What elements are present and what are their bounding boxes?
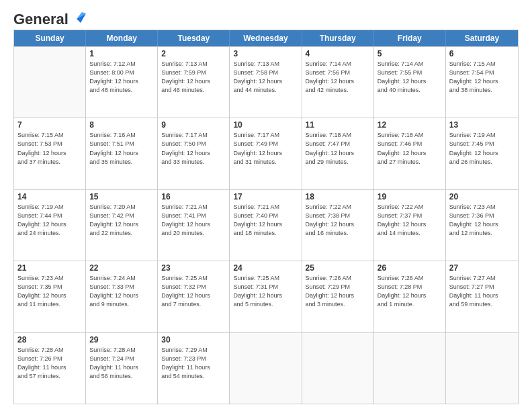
week-row-4: 28Sunrise: 7:28 AM Sunset: 7:26 PM Dayli…: [14, 332, 518, 404]
day-number: 8: [89, 120, 154, 130]
day-info: Sunrise: 7:25 AM Sunset: 7:31 PM Dayligh…: [233, 274, 298, 309]
logo-general: General: [13, 11, 69, 28]
day-cell-9: 9Sunrise: 7:17 AM Sunset: 7:50 PM Daylig…: [158, 118, 230, 189]
day-info: Sunrise: 7:29 AM Sunset: 7:23 PM Dayligh…: [161, 346, 226, 381]
day-info: Sunrise: 7:15 AM Sunset: 7:53 PM Dayligh…: [17, 131, 82, 166]
header-day-saturday: Saturday: [446, 30, 518, 46]
logo: General: [13, 11, 86, 24]
day-cell-22: 22Sunrise: 7:24 AM Sunset: 7:33 PM Dayli…: [86, 261, 158, 332]
day-info: Sunrise: 7:18 AM Sunset: 7:46 PM Dayligh…: [378, 131, 442, 166]
day-cell-empty-4-5: [374, 333, 446, 404]
day-cell-6: 6Sunrise: 7:15 AM Sunset: 7:54 PM Daylig…: [446, 47, 518, 118]
day-cell-23: 23Sunrise: 7:25 AM Sunset: 7:32 PM Dayli…: [158, 261, 230, 332]
day-number: 16: [161, 192, 226, 201]
day-info: Sunrise: 7:14 AM Sunset: 7:55 PM Dayligh…: [378, 60, 442, 95]
day-info: Sunrise: 7:17 AM Sunset: 7:50 PM Dayligh…: [161, 131, 226, 166]
day-number: 27: [449, 263, 515, 273]
day-cell-8: 8Sunrise: 7:16 AM Sunset: 7:51 PM Daylig…: [86, 118, 158, 189]
day-info: Sunrise: 7:13 AM Sunset: 7:58 PM Dayligh…: [233, 60, 298, 95]
page: General SundayMondayTuesdayWednesdayThur…: [0, 0, 532, 411]
day-info: Sunrise: 7:14 AM Sunset: 7:56 PM Dayligh…: [306, 60, 370, 95]
day-info: Sunrise: 7:20 AM Sunset: 7:42 PM Dayligh…: [89, 203, 154, 238]
day-number: 24: [233, 263, 298, 273]
day-cell-7: 7Sunrise: 7:15 AM Sunset: 7:53 PM Daylig…: [14, 118, 86, 189]
day-info: Sunrise: 7:22 AM Sunset: 7:37 PM Dayligh…: [378, 203, 442, 238]
day-number: 25: [306, 263, 370, 273]
day-number: 2: [161, 49, 226, 58]
day-number: 13: [449, 120, 515, 130]
day-number: 26: [378, 263, 442, 273]
day-cell-14: 14Sunrise: 7:19 AM Sunset: 7:44 PM Dayli…: [14, 190, 86, 261]
day-number: 10: [233, 120, 298, 130]
day-cell-13: 13Sunrise: 7:19 AM Sunset: 7:45 PM Dayli…: [446, 118, 518, 189]
day-info: Sunrise: 7:23 AM Sunset: 7:35 PM Dayligh…: [17, 274, 82, 309]
header: General: [13, 11, 519, 24]
day-number: 5: [378, 49, 442, 58]
day-number: 22: [89, 263, 154, 273]
day-number: 28: [17, 335, 82, 345]
day-cell-12: 12Sunrise: 7:18 AM Sunset: 7:46 PM Dayli…: [374, 118, 446, 189]
day-number: 20: [449, 192, 515, 201]
day-number: 19: [378, 192, 442, 201]
day-number: 18: [306, 192, 370, 201]
day-number: 21: [17, 263, 82, 273]
day-number: 4: [306, 49, 370, 58]
day-number: 1: [89, 49, 154, 58]
day-cell-empty-4-3: [230, 333, 302, 404]
day-info: Sunrise: 7:28 AM Sunset: 7:26 PM Dayligh…: [17, 346, 82, 381]
day-number: 11: [306, 120, 370, 130]
day-info: Sunrise: 7:28 AM Sunset: 7:24 PM Dayligh…: [89, 346, 154, 381]
day-info: Sunrise: 7:23 AM Sunset: 7:36 PM Dayligh…: [449, 203, 515, 238]
day-info: Sunrise: 7:24 AM Sunset: 7:33 PM Dayligh…: [89, 274, 154, 309]
calendar-body: 1Sunrise: 7:12 AM Sunset: 8:00 PM Daylig…: [14, 46, 518, 404]
day-cell-24: 24Sunrise: 7:25 AM Sunset: 7:31 PM Dayli…: [230, 261, 302, 332]
day-number: 6: [449, 49, 515, 58]
day-cell-5: 5Sunrise: 7:14 AM Sunset: 7:55 PM Daylig…: [374, 47, 446, 118]
week-row-2: 14Sunrise: 7:19 AM Sunset: 7:44 PM Dayli…: [14, 189, 518, 261]
day-cell-17: 17Sunrise: 7:21 AM Sunset: 7:40 PM Dayli…: [230, 190, 302, 261]
day-info: Sunrise: 7:26 AM Sunset: 7:28 PM Dayligh…: [378, 274, 442, 309]
day-cell-21: 21Sunrise: 7:23 AM Sunset: 7:35 PM Dayli…: [14, 261, 86, 332]
day-cell-28: 28Sunrise: 7:28 AM Sunset: 7:26 PM Dayli…: [14, 333, 86, 404]
day-number: 12: [378, 120, 442, 130]
day-number: 14: [17, 192, 82, 201]
day-number: 3: [233, 49, 298, 58]
day-cell-18: 18Sunrise: 7:22 AM Sunset: 7:38 PM Dayli…: [302, 190, 374, 261]
day-info: Sunrise: 7:16 AM Sunset: 7:51 PM Dayligh…: [89, 131, 154, 166]
day-cell-27: 27Sunrise: 7:27 AM Sunset: 7:27 PM Dayli…: [446, 261, 518, 332]
day-number: 29: [89, 335, 154, 345]
day-info: Sunrise: 7:15 AM Sunset: 7:54 PM Dayligh…: [449, 60, 515, 95]
header-day-tuesday: Tuesday: [158, 30, 230, 46]
day-info: Sunrise: 7:21 AM Sunset: 7:40 PM Dayligh…: [233, 203, 298, 238]
day-info: Sunrise: 7:26 AM Sunset: 7:29 PM Dayligh…: [306, 274, 370, 309]
week-row-0: 1Sunrise: 7:12 AM Sunset: 8:00 PM Daylig…: [14, 46, 518, 118]
calendar-header: SundayMondayTuesdayWednesdayThursdayFrid…: [14, 30, 518, 46]
day-info: Sunrise: 7:18 AM Sunset: 7:47 PM Dayligh…: [306, 131, 370, 166]
week-row-3: 21Sunrise: 7:23 AM Sunset: 7:35 PM Dayli…: [14, 261, 518, 332]
day-number: 30: [161, 335, 226, 345]
day-info: Sunrise: 7:25 AM Sunset: 7:32 PM Dayligh…: [161, 274, 226, 309]
day-cell-1: 1Sunrise: 7:12 AM Sunset: 8:00 PM Daylig…: [86, 47, 158, 118]
day-number: 9: [161, 120, 226, 130]
day-number: 15: [89, 192, 154, 201]
day-cell-2: 2Sunrise: 7:13 AM Sunset: 7:59 PM Daylig…: [158, 47, 230, 118]
day-info: Sunrise: 7:13 AM Sunset: 7:59 PM Dayligh…: [161, 60, 226, 95]
day-cell-25: 25Sunrise: 7:26 AM Sunset: 7:29 PM Dayli…: [302, 261, 374, 332]
day-info: Sunrise: 7:27 AM Sunset: 7:27 PM Dayligh…: [449, 274, 515, 309]
day-info: Sunrise: 7:22 AM Sunset: 7:38 PM Dayligh…: [306, 203, 370, 238]
day-cell-3: 3Sunrise: 7:13 AM Sunset: 7:58 PM Daylig…: [230, 47, 302, 118]
week-row-1: 7Sunrise: 7:15 AM Sunset: 7:53 PM Daylig…: [14, 118, 518, 189]
day-cell-19: 19Sunrise: 7:22 AM Sunset: 7:37 PM Dayli…: [374, 190, 446, 261]
day-cell-10: 10Sunrise: 7:17 AM Sunset: 7:49 PM Dayli…: [230, 118, 302, 189]
header-day-wednesday: Wednesday: [230, 30, 302, 46]
day-cell-11: 11Sunrise: 7:18 AM Sunset: 7:47 PM Dayli…: [302, 118, 374, 189]
day-number: 17: [233, 192, 298, 201]
day-info: Sunrise: 7:12 AM Sunset: 8:00 PM Dayligh…: [89, 60, 154, 95]
day-cell-26: 26Sunrise: 7:26 AM Sunset: 7:28 PM Dayli…: [374, 261, 446, 332]
day-cell-15: 15Sunrise: 7:20 AM Sunset: 7:42 PM Dayli…: [86, 190, 158, 261]
logo-bird-icon: [71, 11, 86, 26]
day-info: Sunrise: 7:17 AM Sunset: 7:49 PM Dayligh…: [233, 131, 298, 166]
day-cell-20: 20Sunrise: 7:23 AM Sunset: 7:36 PM Dayli…: [446, 190, 518, 261]
day-number: 7: [17, 120, 82, 130]
day-cell-empty-0-0: [14, 47, 86, 118]
